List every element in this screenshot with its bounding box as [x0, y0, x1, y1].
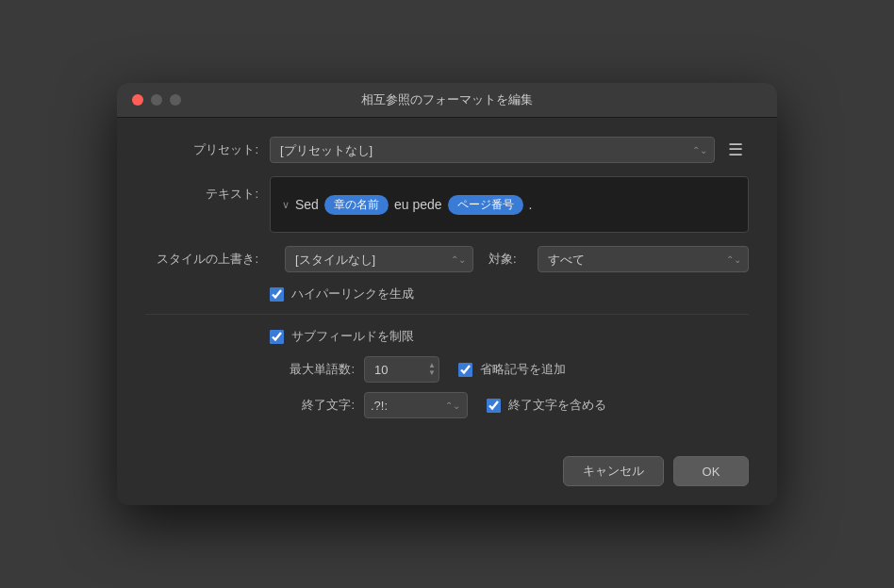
text-plain-3: . [529, 197, 533, 212]
preset-row: プリセット: [プリセットなし] ⌃⌄ ☰ [145, 137, 749, 163]
cancel-button[interactable]: キャンセル [563, 456, 664, 486]
minimize-button[interactable] [151, 94, 162, 106]
hyperlink-row: ハイパーリンクを生成 [270, 286, 749, 302]
end-char-select-wrapper: .?!: ⌃⌄ [364, 392, 468, 418]
preset-label: プリセット: [145, 141, 258, 158]
max-words-input-wrapper: ▲▼ [364, 356, 439, 383]
text-plain-1: Sed [295, 197, 319, 212]
style-row: スタイルの上書き: [スタイルなし] ⌃⌄ 対象: すべて ⌃⌄ [145, 246, 749, 272]
style-select-wrapper: [スタイルなし] ⌃⌄ [285, 246, 473, 272]
chevron-icon: ∨ [282, 199, 290, 211]
text-preview-box[interactable]: ∨ Sed 章の名前 eu pede ページ番号 . [270, 176, 749, 233]
style-select[interactable]: [スタイルなし] [285, 246, 473, 272]
divider [145, 314, 749, 315]
menu-icon[interactable]: ☰ [722, 138, 749, 162]
text-row: テキスト: ∨ Sed 章の名前 eu pede ページ番号 . [145, 176, 749, 233]
page-number-pill[interactable]: ページ番号 [448, 195, 523, 215]
end-char-select[interactable]: .?!: [364, 392, 468, 418]
include-end-check: 終了文字を含める [487, 397, 606, 414]
abbreviation-check: 省略記号を追加 [458, 361, 566, 378]
target-label: 対象: [488, 251, 517, 268]
text-plain-2: eu pede [394, 197, 442, 212]
style-label: スタイルの上書き: [145, 251, 258, 268]
preset-select[interactable]: [プリセットなし] [270, 137, 715, 163]
abbreviation-checkbox[interactable] [458, 363, 472, 377]
end-char-label: 終了文字: [270, 397, 355, 414]
target-select-wrapper: すべて ⌃⌄ [538, 246, 749, 272]
include-end-label: 終了文字を含める [508, 397, 606, 414]
max-words-spinner[interactable]: ▲▼ [428, 362, 436, 377]
subfield-section: 最大単語数: ▲▼ 省略記号を追加 終了文字: .?!: ⌃⌄ [270, 356, 749, 418]
dialog-content: プリセット: [プリセットなし] ⌃⌄ ☰ テキスト: ∨ Sed 章の名前 e… [117, 118, 777, 447]
include-end-checkbox[interactable] [487, 399, 501, 413]
subfield-checkbox[interactable] [270, 330, 284, 344]
max-words-row: 最大単語数: ▲▼ 省略記号を追加 [270, 356, 749, 383]
title-bar: 相互参照のフォーマットを編集 [117, 83, 777, 118]
dialog-title: 相互参照のフォーマットを編集 [361, 91, 533, 108]
subfield-checkbox-row: サブフィールドを制限 [270, 328, 749, 345]
hyperlink-checkbox[interactable] [270, 287, 284, 302]
ok-button[interactable]: OK [673, 456, 749, 486]
preset-controls: [プリセットなし] ⌃⌄ ☰ [270, 137, 749, 163]
subfield-label: サブフィールドを制限 [291, 328, 414, 345]
hyperlink-label: ハイパーリンクを生成 [291, 286, 414, 302]
traffic-lights [132, 94, 181, 106]
chapter-name-pill[interactable]: 章の名前 [324, 195, 389, 215]
dialog: 相互参照のフォーマットを編集 プリセット: [プリセットなし] ⌃⌄ ☰ テキス… [117, 83, 777, 505]
preset-select-wrapper: [プリセットなし] ⌃⌄ [270, 137, 715, 163]
end-char-row: 終了文字: .?!: ⌃⌄ 終了文字を含める [270, 392, 749, 418]
abbreviation-label: 省略記号を追加 [480, 361, 566, 378]
footer: キャンセル OK [117, 447, 777, 486]
text-label: テキスト: [145, 176, 258, 203]
target-select[interactable]: すべて [538, 246, 749, 272]
close-button[interactable] [132, 94, 143, 106]
max-words-label: 最大単語数: [270, 361, 355, 378]
maximize-button[interactable] [170, 94, 181, 106]
